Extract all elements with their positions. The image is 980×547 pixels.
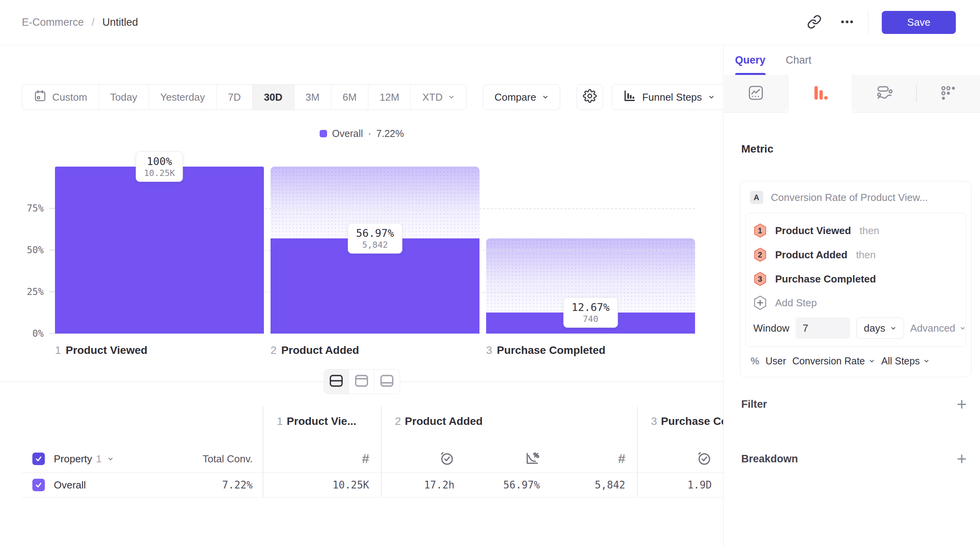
measurement-entity[interactable]: User xyxy=(766,355,786,367)
row-name: Overall xyxy=(54,479,86,491)
date-range-label: 12M xyxy=(380,91,400,103)
funnel-step-row-1[interactable]: 1 Product Viewed then xyxy=(754,218,958,243)
date-range-12m[interactable]: 12M xyxy=(368,85,411,110)
chart-type-label: Funnel Steps xyxy=(642,91,702,103)
metric-time-cell[interactable] xyxy=(381,450,466,467)
step-then-label: then xyxy=(860,225,879,237)
date-range-xtd[interactable]: XTD xyxy=(411,85,466,110)
measurement-scope-select[interactable]: All Steps xyxy=(881,355,930,367)
metric-card-header[interactable]: A Conversion Rate of Product View... xyxy=(745,190,966,213)
date-range-label: Yesterday xyxy=(160,91,205,103)
date-range-label: Custom xyxy=(52,91,87,103)
tab-funnels[interactable] xyxy=(788,75,853,112)
measurement-metric-select[interactable]: Conversion Rate xyxy=(792,355,875,367)
advanced-toggle[interactable]: Advanced xyxy=(910,322,966,334)
tab-insights[interactable] xyxy=(724,75,788,112)
layout-table-only-button[interactable] xyxy=(374,369,400,394)
y-tick-label: 50% xyxy=(16,245,44,256)
chart-legend[interactable]: Overall · 7.22% xyxy=(0,128,724,139)
topbar-actions: Save xyxy=(803,11,956,34)
step3-column-title[interactable]: 3Purchase Completed xyxy=(637,407,724,428)
breadcrumb-report-title[interactable]: Untitled xyxy=(103,16,138,28)
link-icon xyxy=(807,14,822,31)
metric-card: A Conversion Rate of Product View... 1 P… xyxy=(740,181,971,377)
layout-chart-only-button[interactable] xyxy=(349,369,374,394)
tab-flows[interactable] xyxy=(853,75,916,112)
hash-icon: # xyxy=(618,451,625,466)
step-number: 3 xyxy=(754,272,767,286)
chart-settings-button[interactable] xyxy=(577,84,603,110)
breadcrumb: E-Commerce / Untitled xyxy=(22,16,138,28)
chevron-down-icon xyxy=(448,91,455,103)
date-range-group: Custom Today Yesterday 7D 30D 3M 6M 12M … xyxy=(22,84,467,110)
step1-column-title[interactable]: 1Product Vie... xyxy=(263,407,381,428)
metric-uniques-cell[interactable]: # xyxy=(552,451,637,466)
gear-icon xyxy=(583,89,597,106)
tab-chart[interactable]: Chart xyxy=(786,45,812,75)
date-range-6m[interactable]: 6M xyxy=(331,85,368,110)
add-breakdown-button[interactable]: + xyxy=(957,451,967,467)
select-all-checkbox[interactable] xyxy=(32,453,45,465)
metric-conversion-cell[interactable] xyxy=(466,450,552,467)
window-unit-select[interactable]: days xyxy=(856,318,904,339)
add-step-button[interactable]: Add Step xyxy=(754,291,958,314)
query-sidebar: Query Chart xyxy=(724,45,980,547)
step-name: Product Viewed xyxy=(66,344,148,356)
property-label: Property xyxy=(54,453,92,465)
metric-time-cell[interactable] xyxy=(637,450,724,467)
chart-type-button[interactable]: Funnel Steps xyxy=(612,84,724,110)
table-column-divider xyxy=(637,407,638,497)
chevron-down-icon xyxy=(869,355,875,367)
date-range-3m[interactable]: 3M xyxy=(294,85,331,110)
tab-retention[interactable] xyxy=(916,75,980,112)
conversion-chart-icon xyxy=(524,450,540,467)
copy-link-button[interactable] xyxy=(803,12,825,34)
window-value-input[interactable] xyxy=(796,318,850,339)
step-label-2[interactable]: 2Product Added xyxy=(271,344,479,357)
tab-query[interactable]: Query xyxy=(735,45,766,75)
y-tick-mark xyxy=(49,250,55,250)
total-conversion-value: 7.22% xyxy=(222,479,253,491)
property-selector[interactable]: Property 1 xyxy=(54,453,114,465)
funnel-step-row-2[interactable]: 2 Product Added then xyxy=(754,243,958,267)
funnel-icon xyxy=(812,84,829,103)
step-number: 3 xyxy=(486,344,492,356)
table-row[interactable]: Overall 7.22% 10.25K 17.2h 56.97% 5,842 … xyxy=(22,472,724,497)
window-unit-label: days xyxy=(864,322,885,334)
save-button[interactable]: Save xyxy=(882,11,956,34)
table-header-property-col: Property 1 Total Conv. xyxy=(22,407,263,472)
compare-label: Compare xyxy=(494,91,536,103)
layout-split-button[interactable] xyxy=(324,369,349,394)
step-label-3[interactable]: 3Purchase Completed xyxy=(486,344,695,357)
row-checkbox[interactable] xyxy=(32,479,45,491)
metric-badge: A xyxy=(750,191,763,204)
step-event-name: Product Added xyxy=(775,249,847,261)
date-range-custom[interactable]: Custom xyxy=(22,85,99,110)
legend-series-label: Overall xyxy=(332,128,363,139)
chevron-down-icon xyxy=(107,453,114,465)
step-label-1[interactable]: 1Product Viewed xyxy=(55,344,264,357)
breadcrumb-project[interactable]: E-Commerce xyxy=(22,16,84,28)
compare-button[interactable]: Compare xyxy=(483,84,560,110)
funnel-step-labels: 1Product Viewed 2Product Added 3Purchase… xyxy=(55,344,695,357)
step2-time-value: 17.2h xyxy=(424,479,455,491)
measurement-scope-label: All Steps xyxy=(881,355,920,367)
date-range-7d[interactable]: 7D xyxy=(217,85,253,110)
funnel-bar-step-2[interactable]: 56.97%5,842 xyxy=(271,167,479,334)
funnel-step-row-3[interactable]: 3 Purchase Completed xyxy=(754,267,958,291)
more-options-button[interactable] xyxy=(836,12,858,34)
date-range-today[interactable]: Today xyxy=(99,85,149,110)
funnel-bar-step-1[interactable]: 100%10.25K xyxy=(55,167,264,334)
top-panel-icon xyxy=(354,374,368,389)
date-range-yesterday[interactable]: Yesterday xyxy=(149,85,217,110)
legend-overall-value: 7.22% xyxy=(376,128,404,139)
step2-column-title[interactable]: 2Product Added xyxy=(381,407,637,428)
date-range-label: 7D xyxy=(228,91,241,103)
table-header: Property 1 Total Conv. 1Product Vie... xyxy=(22,407,724,472)
table-header-step2-col: 2Product Added xyxy=(381,407,637,472)
total-conv-header[interactable]: Total Conv. xyxy=(203,453,253,465)
breakdown-section: Breakdown + xyxy=(741,450,967,467)
date-range-30d-selected[interactable]: 30D xyxy=(253,85,294,110)
metric-uniques-cell[interactable]: # xyxy=(263,451,381,466)
add-filter-button[interactable]: + xyxy=(957,396,967,412)
